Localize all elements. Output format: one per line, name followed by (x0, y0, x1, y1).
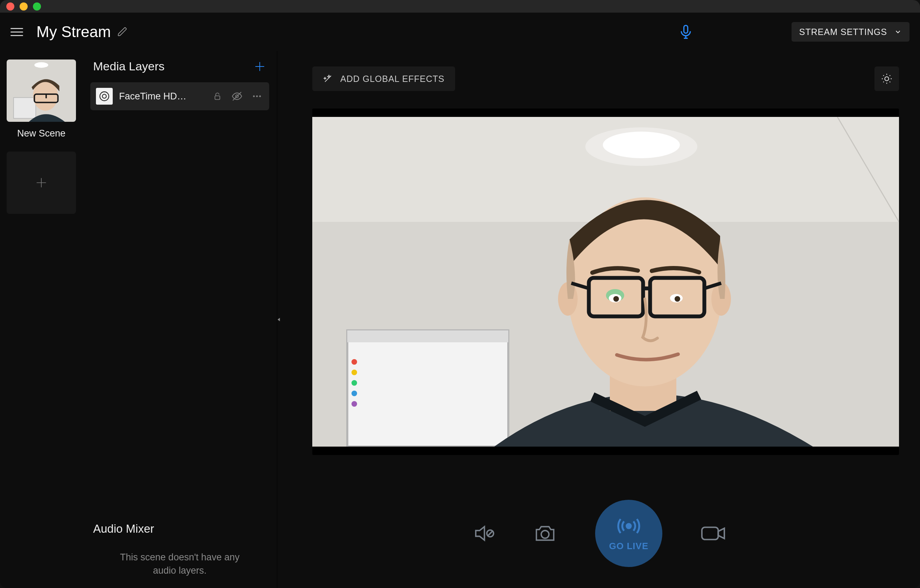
preview-frame (312, 109, 899, 455)
add-scene-button[interactable] (6, 152, 76, 214)
record-button[interactable] (701, 525, 726, 542)
lock-layer-icon[interactable] (211, 90, 224, 102)
preview-panel: ADD GLOBAL EFFECTS (277, 51, 920, 588)
svg-point-15 (884, 77, 889, 81)
layer-name: FaceTime HD… (119, 91, 205, 102)
broadcast-icon (614, 515, 644, 536)
brightness-icon (881, 73, 893, 85)
maximize-window-button[interactable] (33, 2, 41, 10)
add-global-effects-button[interactable]: ADD GLOBAL EFFECTS (312, 66, 455, 91)
media-layers-title: Media Layers (93, 60, 253, 73)
close-window-button[interactable] (6, 2, 15, 10)
layers-panel: Media Layers FaceTime HD… (83, 51, 277, 588)
effects-label: ADD GLOBAL EFFECTS (340, 74, 445, 84)
header: My Stream STREAM SETTINGS (0, 13, 920, 51)
svg-point-24 (351, 369, 357, 375)
mic-icon[interactable] (678, 24, 693, 40)
audio-mixer-empty-text: This scene doesn't have any audio layers… (93, 551, 266, 578)
svg-point-7 (100, 92, 109, 101)
plus-icon (34, 176, 48, 190)
edit-title-icon[interactable] (117, 27, 128, 37)
plus-icon (253, 60, 266, 73)
scenes-panel: New Scene (0, 51, 83, 588)
svg-point-8 (102, 94, 106, 98)
svg-rect-22 (347, 330, 508, 342)
layer-more-icon[interactable] (250, 90, 264, 103)
screenshot-button[interactable] (533, 522, 557, 545)
svg-point-39 (613, 296, 619, 302)
brightness-button[interactable] (875, 66, 899, 91)
svg-point-12 (253, 96, 255, 97)
svg-line-43 (488, 531, 492, 536)
svg-point-26 (351, 390, 357, 396)
app-window: My Stream STREAM SETTINGS (0, 0, 920, 588)
svg-point-41 (675, 296, 680, 302)
svg-point-45 (627, 524, 631, 528)
visibility-off-icon[interactable] (230, 89, 244, 103)
preview-video[interactable] (312, 117, 899, 447)
go-live-label: GO LIVE (609, 541, 648, 552)
svg-point-25 (351, 380, 357, 386)
svg-rect-0 (684, 26, 688, 33)
stream-title: My Stream (36, 23, 111, 40)
chevron-down-icon (894, 28, 902, 36)
svg-point-14 (259, 96, 261, 97)
stream-settings-label: STREAM SETTINGS (799, 27, 887, 37)
go-live-button[interactable]: GO LIVE (595, 500, 662, 567)
svg-point-23 (351, 359, 357, 365)
audio-mixer-title: Audio Mixer (93, 522, 266, 536)
svg-point-2 (34, 62, 48, 68)
mute-audio-button[interactable] (472, 522, 495, 545)
bottom-controls: GO LIVE (277, 500, 920, 567)
layer-row[interactable]: FaceTime HD… (90, 82, 269, 110)
svg-point-19 (585, 127, 697, 166)
add-layer-button[interactable] (253, 60, 266, 73)
svg-point-27 (351, 401, 357, 407)
svg-rect-3 (14, 98, 36, 118)
scene-tile[interactable]: New Scene (6, 60, 76, 139)
svg-point-13 (256, 96, 258, 97)
svg-rect-9 (215, 96, 220, 100)
menu-button[interactable] (10, 24, 26, 40)
scene-name: New Scene (17, 128, 65, 139)
svg-rect-21 (347, 330, 508, 447)
scene-thumbnail (6, 60, 76, 122)
magic-wand-icon (323, 73, 333, 84)
svg-rect-46 (702, 528, 718, 540)
svg-point-44 (541, 531, 549, 538)
stream-settings-button[interactable]: STREAM SETTINGS (792, 22, 910, 42)
audio-mixer-panel: Audio Mixer This scene doesn't have any … (83, 515, 277, 588)
titlebar (0, 0, 920, 13)
minimize-window-button[interactable] (19, 2, 28, 10)
camera-source-icon (96, 88, 113, 105)
